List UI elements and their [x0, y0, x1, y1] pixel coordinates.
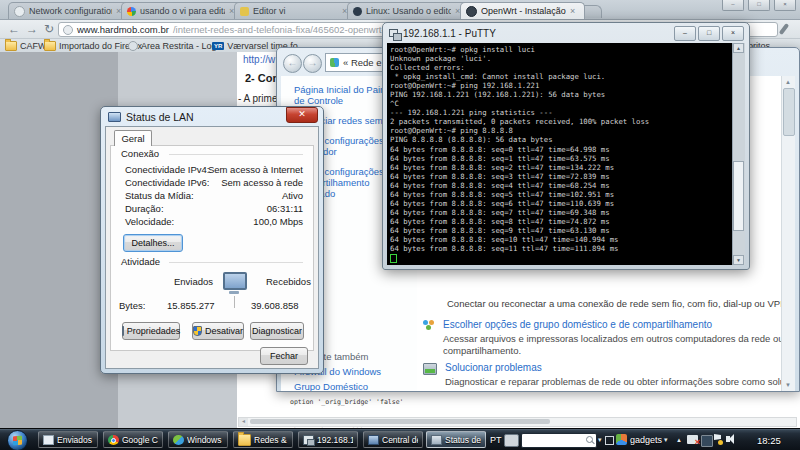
troubleshoot-link[interactable]: Solucionar problemas	[445, 362, 795, 373]
search-icon[interactable]	[586, 436, 593, 443]
diagnose-button[interactable]: Diagnosticar	[250, 322, 304, 340]
sent-label: Enviados	[174, 276, 213, 287]
horizontal-scrollbar[interactable]	[238, 417, 797, 427]
reload-icon[interactable]: ↻	[44, 21, 54, 37]
status-row-speed: Velocidade: 100,0 Mbps	[125, 216, 303, 228]
tray-expand-icon[interactable]: ▲	[676, 437, 682, 443]
code-line: option '_orig_bridge' 'false'	[290, 399, 411, 406]
row-value: Sem acesso à rede	[221, 177, 303, 188]
maximize-icon[interactable]: □	[698, 26, 720, 41]
bookmark-area-restrita[interactable]: Area Restrita - Login	[128, 40, 224, 51]
row-label: Duração:	[125, 203, 164, 214]
scroll-down-icon[interactable]: ▼	[733, 255, 744, 265]
details-button[interactable]: Detalhes...	[123, 234, 183, 252]
action-center-icon[interactable]	[714, 434, 722, 445]
scroll-down-icon[interactable]: ▼	[783, 380, 793, 390]
close-button[interactable]: Fechar	[260, 347, 308, 365]
homegroup-options-link[interactable]: Escolher opções de grupo doméstico e de …	[443, 319, 795, 330]
speaker-icon[interactable]	[726, 436, 730, 442]
tab-network-configuration[interactable]: Network configuration - O	[8, 2, 131, 19]
terminal-cursor	[390, 254, 397, 263]
chrome-icon	[108, 435, 119, 445]
taskbar-search-box[interactable]	[521, 433, 597, 448]
taskbar-item-putty[interactable]: 192.168.1.1 ...	[298, 431, 358, 448]
dialog-body: Geral Conexão Conectividade IPv4: Sem ac…	[105, 126, 319, 369]
url-domain: www.hardmob.com.br	[77, 24, 169, 35]
minimize-icon[interactable]: –	[722, 0, 744, 11]
tray-app-icon[interactable]	[701, 435, 713, 447]
scrollbar-thumb[interactable]	[783, 88, 795, 136]
putty-scrollbar[interactable]: ▲ ▼	[732, 43, 745, 265]
network-error-icon[interactable]	[687, 435, 698, 444]
close-icon[interactable]: ×	[722, 26, 744, 41]
chevron-down-icon[interactable]: ▾	[598, 436, 602, 444]
disable-button-label: Desativar	[205, 326, 243, 336]
lan-status-dialog: Status de LAN ✕ Geral Conexão Conectivid…	[100, 106, 324, 374]
terminal-line: 64 bytes from 8.8.8.8: seq=10 ttl=47 tim…	[390, 235, 733, 244]
yr-icon: YR	[212, 42, 224, 50]
terminal-line: 64 bytes from 8.8.8.8: seq=1 ttl=47 time…	[390, 154, 733, 163]
nav-forward-icon[interactable]: →	[303, 54, 322, 73]
keyboard-icon[interactable]	[504, 434, 519, 447]
explorer-scrollbar[interactable]: ▲ ▼	[781, 76, 795, 391]
tab-linux-editor[interactable]: Linux: Usando o editor de	[347, 2, 470, 19]
scroll-up-icon[interactable]: ▲	[733, 43, 744, 53]
network-icon	[330, 58, 339, 67]
language-indicator[interactable]: PT	[490, 435, 502, 445]
maximize-icon[interactable]: □	[748, 0, 770, 11]
close-icon[interactable]: ×	[774, 0, 796, 11]
tab-openwrt-active[interactable]: OpenWrt - Instalação e Co	[460, 2, 585, 19]
taskbar-item-lan-status[interactable]: Status de L...	[426, 431, 486, 448]
task-troubleshoot: Solucionar problemas Diagnosticar e repa…	[423, 362, 795, 388]
taskbar-item-chrome[interactable]: Google Ch...	[103, 431, 163, 448]
search-input[interactable]	[523, 435, 585, 446]
scroll-left-icon[interactable]	[239, 418, 248, 426]
terminal-line: 64 bytes from 8.8.8.8: seq=2 ttl=47 time…	[390, 163, 733, 172]
terminal-line: ^C	[390, 99, 733, 108]
group-divider	[169, 154, 303, 155]
terminal-line: root@OpenWrt:~# opkg install luci	[390, 45, 733, 54]
taskbar-item-redes-folder[interactable]: Redes & Se...	[233, 431, 293, 448]
taskbar-clock[interactable]: 18:25	[757, 435, 781, 446]
page-link[interactable]: http://w	[243, 54, 275, 65]
back-icon[interactable]: ←	[8, 21, 20, 37]
taskbar-item-network-center[interactable]: Central de ...	[363, 431, 423, 448]
minimize-icon[interactable]: –	[674, 26, 696, 41]
wrench-menu-icon[interactable]	[779, 23, 790, 35]
page-icon[interactable]	[63, 25, 73, 35]
sidebar-item-homegroup[interactable]: Grupo Doméstico	[294, 381, 404, 391]
terminal-line: 64 bytes from 8.8.8.8: seq=0 ttl=47 time…	[390, 145, 733, 154]
forward-icon[interactable]: →	[26, 21, 38, 37]
nav-back-icon[interactable]: ←	[283, 54, 302, 73]
bookmark-folder-cafw[interactable]: CAFW	[5, 40, 47, 51]
terminal-line: root@OpenWrt:~# ping 8.8.8.8	[390, 126, 733, 135]
gadgets-icon[interactable]	[616, 434, 627, 445]
desktop-peek-icon[interactable]	[605, 436, 614, 445]
taskbar-item-enviados[interactable]: Enviados - ...	[38, 431, 98, 448]
close-icon[interactable]: ✕	[286, 107, 318, 123]
disable-button[interactable]: Desativar	[192, 322, 244, 340]
lan-status-icon	[431, 435, 442, 445]
bytes-label: Bytes:	[119, 300, 145, 311]
scrollbar-thumb[interactable]	[733, 161, 744, 231]
page-paragraph: - A prime	[238, 93, 277, 104]
terminal-line: 64 bytes from 8.8.8.8: seq=6 ttl=47 time…	[390, 199, 733, 208]
tab-editor-vi[interactable]: Editor vi	[234, 2, 357, 19]
terminal-line: --- 192.168.1.221 ping statistics ---	[390, 108, 733, 117]
tab-close-icon[interactable]	[570, 7, 579, 16]
gadgets-label[interactable]: gadgets	[630, 435, 662, 445]
uac-shield-icon	[122, 326, 124, 336]
tab-vi-search[interactable]: usando o vi para editar te	[121, 2, 244, 19]
taskbar-item-label: Central de ...	[382, 435, 418, 445]
scroll-up-icon[interactable]: ▲	[783, 77, 793, 87]
tab-title: Editor vi	[253, 6, 338, 16]
taskbar-item-windows-live[interactable]: Windows Li...	[168, 431, 228, 448]
computer-icon	[223, 272, 247, 290]
chevron-down-icon[interactable]: ▾	[664, 436, 668, 444]
tab-strip: Network configuration - O usando o vi pa…	[0, 0, 800, 20]
properties-button[interactable]: Propriedades	[122, 322, 180, 340]
start-button[interactable]	[7, 430, 28, 450]
scrollbar-thumb[interactable]	[250, 419, 550, 424]
tab-geral[interactable]: Geral	[114, 130, 152, 146]
bookmark-label: CAFW	[20, 41, 47, 51]
